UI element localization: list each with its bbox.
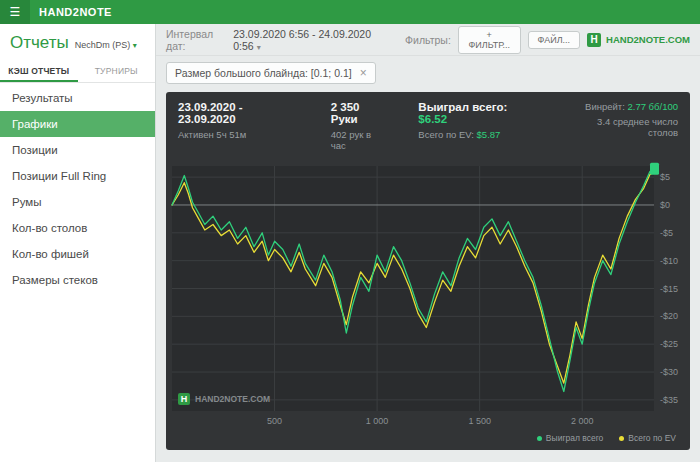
chevron-down-icon: ▾ [257,43,261,52]
tab-cash-reports[interactable]: КЭШ ОТЧЕТЫ [0,59,78,82]
sidebar-item-positions[interactable]: Позиции [0,137,155,163]
graph-panel: 23.09.2020 - 23.09.2020 Активен 5ч 51м 2… [166,92,690,450]
sidebar: Отчеты NechDm (PS) ▾ КЭШ ОТЧЕТЫ ТУРНИРЫ … [0,24,156,462]
sidebar-header: Отчеты NechDm (PS) ▾ [0,24,155,59]
big-blind-filter-chip: Размер большого блайнда: [0.1; 0.1] × [166,62,376,84]
yellow-dot-icon [619,436,624,441]
sidebar-tabs: КЭШ ОТЧЕТЫ ТУРНИРЫ [0,59,155,83]
hands-count: 2 350 Руки [331,101,389,125]
filters-label: Фильтры: [405,34,451,46]
file-button[interactable]: ФАЙЛ... [528,31,581,49]
main-area: Интервал дат: 23.09.2020 6:56 - 24.09.20… [156,24,700,462]
ev-total: Всего по EV: $5.87 [418,129,536,140]
svg-text:-$30: -$30 [660,367,678,377]
graph-stats-header: 23.09.2020 - 23.09.2020 Активен 5ч 51м 2… [166,92,690,158]
stats-hands-column: 2 350 Руки 402 рук в час [331,101,389,151]
svg-text:-$35: -$35 [660,395,678,405]
svg-text:-$5: -$5 [660,228,673,238]
chevron-down-icon: ▾ [133,41,137,50]
stats-date-column: 23.09.2020 - 23.09.2020 Активен 5ч 51м [178,101,301,151]
reports-title: Отчеты [10,33,69,53]
svg-text:$5: $5 [660,172,670,182]
winrate: Винрейт: 2.77 бб/100 [567,101,678,112]
add-filter-button[interactable]: + ФИЛЬТР... [458,26,521,54]
chart-legend: Выиграл всего Всего по EV [166,431,690,450]
filter-chip-label: Размер большого блайнда: [0.1; 0.1] [175,67,352,79]
green-dot-icon [537,436,542,441]
svg-text:-$10: -$10 [660,256,678,266]
filter-chip-row: Размер большого блайнда: [0.1; 0.1] × [156,56,700,86]
winnings-line-chart: 5001 0001 5002 000$5$0-$5-$10-$15-$20-$2… [166,158,690,431]
won-total: Выиграл всего: $6.52 [418,101,536,125]
top-bar: ☰ HAND2NOTE [0,0,700,24]
legend-item-won: Выиграл всего [537,433,603,443]
app-body: Отчеты NechDm (PS) ▾ КЭШ ОТЧЕТЫ ТУРНИРЫ … [0,24,700,462]
svg-text:-$25: -$25 [660,339,678,349]
sidebar-item-chip-count[interactable]: Кол-во фишей [0,241,155,267]
sidebar-item-graphs[interactable]: Графики [0,111,155,137]
brand-text: HAND2NOTE.COM [606,34,690,45]
hand2note-logo-icon: H [178,393,190,405]
hamburger-menu-icon[interactable]: ☰ [0,0,30,24]
tab-tournaments[interactable]: ТУРНИРЫ [78,59,156,82]
close-icon[interactable]: × [360,67,367,79]
date-interval-dropdown[interactable]: 23.09.2020 6:56 - 24.09.2020 0:56 ▾ [233,28,379,52]
sidebar-item-stack-sizes[interactable]: Размеры стеков [0,267,155,293]
legend-item-ev: Всего по EV [619,433,676,443]
toolbar: Интервал дат: 23.09.2020 6:56 - 24.09.20… [156,24,700,56]
svg-text:500: 500 [267,416,282,426]
sidebar-item-table-count[interactable]: Кол-во столов [0,215,155,241]
svg-text:1 000: 1 000 [366,416,389,426]
chart-watermark: H HAND2NOTE.COM [178,393,270,405]
hand2note-logo-icon: H [587,33,601,47]
svg-text:1 500: 1 500 [468,416,491,426]
svg-text:2 000: 2 000 [571,416,594,426]
stats-winrate-column: Винрейт: 2.77 бб/100 3.4 среднее число с… [567,101,678,151]
sidebar-item-results[interactable]: Результаты [0,85,155,111]
chart-svg: 5001 0001 5002 000$5$0-$5-$10-$15-$20-$2… [166,158,690,431]
watermark-text: HAND2NOTE.COM [195,394,270,404]
date-range: 23.09.2020 - 23.09.2020 [178,101,301,125]
active-time: Активен 5ч 51м [178,129,301,140]
svg-text:$0: $0 [660,200,670,210]
stats-winnings-column: Выиграл всего: $6.52 Всего по EV: $5.87 [418,101,536,151]
sidebar-item-positions-full-ring[interactable]: Позиции Full Ring [0,163,155,189]
svg-text:-$20: -$20 [660,311,678,321]
account-selector[interactable]: NechDm (PS) ▾ [75,40,137,50]
sidebar-menu: Результаты Графики Позиции Позиции Full … [0,83,155,293]
hand2note-brand: H HAND2NOTE.COM [587,33,690,47]
avg-tables: 3.4 среднее число столов [567,116,678,138]
hands-per-hour: 402 рук в час [331,129,389,151]
date-interval-label: Интервал дат: [166,28,226,52]
app-title: HAND2NOTE [39,6,112,18]
sidebar-item-rooms[interactable]: Румы [0,189,155,215]
svg-text:-$15: -$15 [660,284,678,294]
